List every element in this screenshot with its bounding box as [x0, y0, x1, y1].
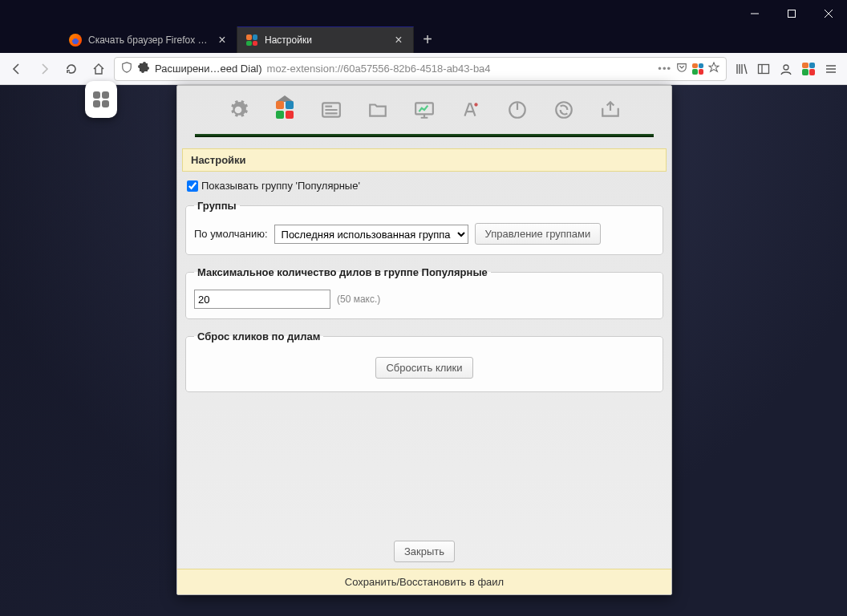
- bookmark-star-icon[interactable]: [708, 62, 719, 75]
- reset-clicks-legend: Сброс кликов по дилам: [194, 330, 323, 342]
- tab-title: Настройки: [265, 34, 386, 46]
- back-button[interactable]: [5, 57, 29, 81]
- titlebar: [0, 0, 847, 26]
- reset-clicks-fieldset: Сброс кликов по дилам Сбросить клики: [185, 330, 663, 392]
- settings-panel: Настройки Показывать группу 'Популярные'…: [176, 85, 672, 595]
- grid-icon: [93, 91, 109, 107]
- settings-tabbar: [177, 86, 671, 134]
- default-group-select[interactable]: Последняя использованная группа: [274, 225, 468, 244]
- address-bar[interactable]: Расширени…eed Dial) moz-extension://60a5…: [114, 57, 727, 81]
- home-icon[interactable]: [273, 98, 297, 122]
- close-tab-icon[interactable]: ×: [216, 34, 229, 47]
- page-actions-icon[interactable]: •••: [658, 63, 671, 75]
- default-group-label: По умолчанию:: [194, 228, 268, 240]
- firefox-icon: [69, 34, 82, 47]
- library-icon[interactable]: [730, 57, 752, 81]
- svg-point-2: [784, 65, 788, 70]
- tab-strip: Скачать браузер Firefox для ко × Настрой…: [0, 26, 847, 53]
- max-dials-fieldset: Максимальное количество дилов в группе П…: [185, 266, 663, 319]
- close-window-button[interactable]: [810, 0, 847, 26]
- svg-rect-1: [759, 64, 769, 73]
- minimize-button[interactable]: [736, 0, 773, 26]
- account-icon[interactable]: [775, 57, 797, 81]
- sidebar-icon[interactable]: [752, 57, 775, 81]
- speeddial-icon: [245, 34, 258, 47]
- extension-badge-icon: [137, 61, 150, 76]
- save-restore-link[interactable]: Сохранить/Восстановить в фаил: [177, 569, 671, 594]
- close-row: Закрыть: [177, 534, 671, 569]
- home-bubble-button[interactable]: [85, 81, 117, 118]
- show-popular-label: Показывать группу 'Популярные': [201, 180, 360, 192]
- display-icon[interactable]: [412, 98, 436, 122]
- svg-point-5: [474, 103, 477, 106]
- close-button[interactable]: Закрыть: [394, 541, 455, 562]
- show-popular-checkbox[interactable]: [187, 180, 198, 192]
- speeddial-urlbar-icon[interactable]: [692, 63, 703, 75]
- reset-clicks-button[interactable]: Сбросить клики: [375, 357, 472, 379]
- sync-icon[interactable]: [552, 98, 576, 122]
- navigation-toolbar: Расширени…eed Dial) moz-extension://60a5…: [0, 53, 847, 85]
- browser-window: Скачать браузер Firefox для ко × Настрой…: [0, 0, 847, 616]
- svg-rect-0: [788, 10, 796, 17]
- page-content: Настройки Показывать группу 'Популярные'…: [0, 85, 847, 616]
- url-text: moz-extension://60a57556-82b6-4518-ab43-…: [267, 63, 654, 75]
- speeddial-toolbar-icon[interactable]: [797, 57, 820, 81]
- app-menu-icon[interactable]: [820, 57, 842, 81]
- home-button[interactable]: [87, 57, 111, 81]
- groups-fieldset: Группы По умолчанию: Последняя использов…: [185, 200, 663, 255]
- close-tab-icon[interactable]: ×: [392, 34, 405, 47]
- max-dials-input[interactable]: [194, 290, 330, 309]
- svg-point-7: [556, 102, 572, 118]
- max-dials-hint: (50 макс.): [337, 294, 380, 305]
- groups-legend: Группы: [194, 200, 240, 212]
- news-icon[interactable]: [319, 98, 343, 122]
- export-icon[interactable]: [598, 98, 622, 122]
- toolbar-separator: [195, 134, 654, 137]
- gear-icon[interactable]: [226, 98, 250, 122]
- extension-label: Расширени…eed Dial): [155, 63, 262, 75]
- window-controls: [736, 0, 847, 26]
- tab-firefox-download[interactable]: Скачать браузер Firefox для ко ×: [61, 26, 237, 53]
- font-icon[interactable]: [459, 98, 483, 122]
- pocket-icon[interactable]: [676, 62, 687, 75]
- shield-icon: [121, 62, 132, 75]
- toolbar-right: [730, 57, 842, 81]
- reload-button[interactable]: [59, 57, 83, 81]
- maximize-button[interactable]: [773, 0, 810, 26]
- new-tab-button[interactable]: +: [414, 26, 441, 53]
- section-header: Настройки: [182, 148, 667, 172]
- power-icon[interactable]: [505, 98, 529, 122]
- manage-groups-button[interactable]: Управление группами: [475, 223, 602, 245]
- forward-button[interactable]: [32, 57, 56, 81]
- folder-icon[interactable]: [366, 98, 390, 122]
- max-dials-legend: Максимальное количество дилов в группе П…: [194, 266, 491, 278]
- tab-title: Скачать браузер Firefox для ко: [88, 34, 209, 46]
- tab-settings[interactable]: Настройки ×: [237, 26, 414, 53]
- show-popular-row: Показывать группу 'Популярные': [180, 176, 668, 200]
- settings-scroll[interactable]: Настройки Показывать группу 'Популярные'…: [177, 148, 671, 534]
